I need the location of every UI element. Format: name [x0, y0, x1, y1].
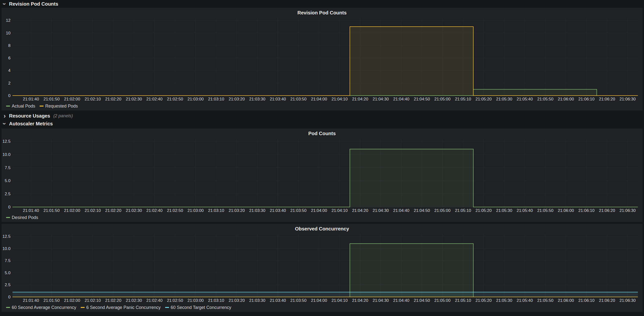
svg-text:21:04:20: 21:04:20 — [352, 298, 368, 303]
svg-text:21:02:50: 21:02:50 — [167, 97, 183, 101]
panel-revision-pod-counts: Revision Pod Counts 21:01:4021:01:5021:0… — [2, 8, 642, 110]
svg-text:21:06:30: 21:06:30 — [620, 208, 636, 213]
svg-text:21:05:00: 21:05:00 — [434, 208, 450, 213]
svg-text:21:04:30: 21:04:30 — [373, 208, 389, 213]
svg-text:21:02:50: 21:02:50 — [167, 208, 183, 213]
svg-text:21:03:20: 21:03:20 — [229, 97, 245, 101]
svg-text:21:02:20: 21:02:20 — [105, 208, 121, 213]
svg-text:12.5: 12.5 — [3, 139, 10, 144]
svg-text:21:02:10: 21:02:10 — [85, 298, 101, 303]
svg-text:21:02:40: 21:02:40 — [146, 97, 162, 101]
svg-text:10: 10 — [6, 31, 10, 35]
row-title-autoscaler-metrics: Autoscaler Metrics — [9, 121, 53, 127]
svg-text:21:05:00: 21:05:00 — [434, 97, 450, 101]
series-color-icon — [81, 307, 85, 308]
svg-text:21:01:50: 21:01:50 — [44, 298, 60, 303]
row-header-revision-pod-counts[interactable]: › Revision Pod Counts — [0, 0, 644, 8]
svg-text:21:05:30: 21:05:30 — [496, 97, 512, 101]
svg-text:21:04:30: 21:04:30 — [373, 298, 389, 303]
svg-text:0: 0 — [8, 295, 10, 299]
svg-text:21:02:30: 21:02:30 — [126, 208, 142, 213]
svg-text:21:06:10: 21:06:10 — [578, 298, 594, 303]
svg-text:21:04:50: 21:04:50 — [414, 97, 430, 101]
svg-text:21:03:30: 21:03:30 — [249, 298, 266, 303]
svg-text:21:06:00: 21:06:00 — [558, 298, 574, 303]
chart-svg[interactable]: 21:01:4021:01:5021:02:0021:02:1021:02:20… — [3, 233, 641, 304]
chevron-right-icon[interactable]: › — [2, 113, 7, 118]
svg-text:21:02:30: 21:02:30 — [126, 97, 142, 101]
svg-text:21:02:40: 21:02:40 — [146, 298, 162, 303]
svg-text:21:06:20: 21:06:20 — [599, 298, 615, 303]
svg-text:21:03:10: 21:03:10 — [208, 298, 224, 303]
grafana-dashboard: › Revision Pod Counts Revision Pod Count… — [0, 0, 644, 316]
svg-text:21:04:10: 21:04:10 — [332, 97, 348, 101]
row-panel-count: (2 panels) — [53, 113, 73, 118]
svg-text:8: 8 — [8, 43, 10, 48]
svg-text:21:05:50: 21:05:50 — [537, 97, 553, 101]
legend-item-60-second-average-concurrency[interactable]: 60 Second Average Concurrency — [6, 305, 76, 310]
svg-text:21:03:50: 21:03:50 — [290, 298, 306, 303]
svg-text:21:04:00: 21:04:00 — [311, 298, 327, 303]
svg-text:21:05:10: 21:05:10 — [455, 208, 471, 213]
svg-text:12: 12 — [6, 18, 10, 23]
svg-text:21:05:40: 21:05:40 — [516, 97, 533, 101]
legend-label: Requested Pods — [45, 104, 78, 109]
svg-text:21:03:20: 21:03:20 — [229, 298, 245, 303]
row-title-resource-usages: Resource Usages — [9, 113, 50, 119]
svg-text:21:05:40: 21:05:40 — [516, 208, 533, 213]
svg-text:21:01:50: 21:01:50 — [44, 208, 60, 213]
svg-text:21:03:50: 21:03:50 — [290, 97, 306, 101]
svg-text:21:03:50: 21:03:50 — [290, 208, 306, 213]
svg-text:21:05:10: 21:05:10 — [455, 97, 471, 101]
svg-text:21:05:50: 21:05:50 — [537, 298, 553, 303]
legend-item-60-second-target-concurrency[interactable]: 60 Second Target Concurrency — [165, 305, 232, 310]
legend-item-desired-pods[interactable]: Desired Pods — [6, 215, 38, 220]
svg-text:21:04:40: 21:04:40 — [393, 208, 410, 213]
svg-text:7.5: 7.5 — [5, 165, 10, 170]
chart-observed-concurrency[interactable]: 21:01:4021:01:5021:02:0021:02:1021:02:20… — [3, 233, 641, 304]
legend-item-6-second-average-panic-concurrency[interactable]: 6 Second Average Panic Concurrency — [81, 305, 161, 310]
chart-svg[interactable]: 21:01:4021:01:5021:02:0021:02:1021:02:20… — [3, 138, 641, 214]
row-title-revision-pod-counts: Revision Pod Counts — [9, 1, 58, 7]
svg-text:21:03:00: 21:03:00 — [188, 208, 204, 213]
svg-text:21:02:00: 21:02:00 — [64, 97, 80, 101]
panel-title-observed-concurrency[interactable]: Observed Concurrency — [3, 226, 641, 233]
svg-text:21:02:20: 21:02:20 — [105, 97, 121, 101]
chart-svg[interactable]: 21:01:4021:01:5021:02:0021:02:1021:02:20… — [3, 17, 641, 102]
svg-text:21:05:00: 21:05:00 — [434, 298, 450, 303]
svg-text:21:02:40: 21:02:40 — [146, 208, 162, 213]
svg-text:21:04:40: 21:04:40 — [393, 298, 410, 303]
chart-pod-counts[interactable]: 21:01:4021:01:5021:02:0021:02:1021:02:20… — [3, 138, 641, 214]
svg-text:21:06:10: 21:06:10 — [578, 208, 594, 213]
svg-text:21:03:10: 21:03:10 — [208, 208, 224, 213]
row-header-autoscaler-metrics[interactable]: › Autoscaler Metrics — [0, 120, 644, 128]
svg-text:21:06:30: 21:06:30 — [620, 97, 636, 101]
panel-pod-counts: Pod Counts 21:01:4021:01:5021:02:0021:02… — [2, 129, 642, 222]
svg-text:21:03:00: 21:03:00 — [188, 97, 204, 101]
panel-title-revision-pod-counts[interactable]: Revision Pod Counts — [3, 9, 641, 17]
svg-text:21:06:10: 21:06:10 — [578, 97, 594, 101]
legend-label: 6 Second Average Panic Concurrency — [86, 305, 161, 310]
svg-text:21:05:20: 21:05:20 — [476, 208, 492, 213]
chevron-down-icon[interactable]: › — [2, 121, 7, 126]
svg-text:7.5: 7.5 — [5, 258, 10, 263]
legend-revision-pod-counts: Actual PodsRequested Pods — [3, 102, 641, 110]
svg-text:0: 0 — [8, 93, 10, 98]
legend-item-requested-pods[interactable]: Requested Pods — [40, 104, 78, 109]
chevron-down-icon[interactable]: › — [2, 2, 7, 6]
chart-revision-pod-counts[interactable]: 21:01:4021:01:5021:02:0021:02:1021:02:20… — [3, 17, 641, 102]
svg-text:21:06:00: 21:06:00 — [558, 97, 574, 101]
svg-text:21:06:00: 21:06:00 — [558, 208, 574, 213]
series-color-icon — [165, 307, 169, 308]
svg-text:21:02:10: 21:02:10 — [85, 208, 101, 213]
row-header-resource-usages[interactable]: › Resource Usages (2 panels) — [0, 112, 644, 120]
svg-text:21:01:50: 21:01:50 — [44, 97, 60, 101]
svg-text:21:04:00: 21:04:00 — [311, 208, 327, 213]
legend-item-actual-pods[interactable]: Actual Pods — [6, 104, 35, 109]
svg-text:12.5: 12.5 — [3, 234, 10, 239]
legend-label: 60 Second Target Concurrency — [171, 305, 232, 310]
panel-title-pod-counts[interactable]: Pod Counts — [3, 130, 641, 138]
panel-observed-concurrency: Observed Concurrency 21:01:4021:01:5021:… — [2, 224, 642, 312]
svg-text:21:06:30: 21:06:30 — [620, 298, 636, 303]
series-color-icon — [6, 217, 10, 218]
